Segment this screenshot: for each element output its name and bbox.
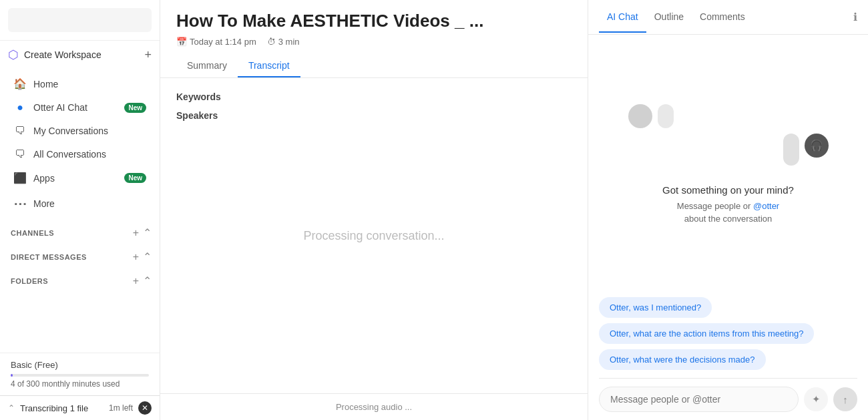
transcribing-status-bar: ⌃ Transcribing 1 file 1m left ✕ xyxy=(0,395,160,420)
chat-bubble-placeholder-2 xyxy=(783,134,799,166)
sidebar-item-all-conversations[interactable]: 🗨 All Conversations xyxy=(3,143,157,166)
conversation-duration: ⏱ 3 min xyxy=(267,37,300,47)
chat-promo-subtitle: Message people or @otter about the conve… xyxy=(662,200,794,226)
sidebar-item-home-label: Home xyxy=(33,79,146,89)
avatar-placeholder-1 xyxy=(628,104,652,128)
sidebar-item-apps[interactable]: ⬛ Apps New xyxy=(3,166,157,190)
chat-bubble-placeholder-1 xyxy=(658,104,674,128)
main-body: Keywords Speakers Processing conversatio… xyxy=(160,78,588,393)
info-icon[interactable]: ℹ xyxy=(853,11,857,23)
suggestion-chip-1[interactable]: Otter, was I mentioned? xyxy=(599,297,712,318)
promo-text-1: Message people or xyxy=(677,201,753,211)
apps-badge: New xyxy=(124,173,146,183)
channels-collapse-button[interactable]: ⌃ xyxy=(143,228,152,238)
folders-section-header: FOLDERS + ⌃ xyxy=(0,270,160,289)
suggestion-chips: Otter, was I mentioned? Otter, what are … xyxy=(599,289,857,378)
workspace-icon: ⬡ xyxy=(8,47,19,62)
direct-messages-label: DIRECT MESSAGES xyxy=(11,253,87,261)
sidebar-item-all-conversations-label: All Conversations xyxy=(33,149,146,160)
sidebar-item-more-label: More xyxy=(33,198,146,209)
folders-label: FOLDERS xyxy=(11,277,48,285)
calendar-icon: 📅 xyxy=(176,37,187,47)
chat-placeholder: 🎧 Got something on your mind? Message pe… xyxy=(599,51,857,289)
usage-bar-fill xyxy=(11,374,13,377)
conversation-date: 📅 Today at 1:14 pm xyxy=(176,37,256,47)
processing-conversation-text: Processing conversation... xyxy=(303,229,444,243)
folders-collapse-button[interactable]: ⌃ xyxy=(143,276,152,286)
sidebar-item-otter-ai-chat[interactable]: ● Otter AI Chat New xyxy=(3,96,157,119)
chat-promo: Got something on your mind? Message peop… xyxy=(662,184,794,226)
right-panel-header: AI Chat Outline Comments ℹ xyxy=(588,0,868,35)
sidebar-plan-info: Basic (Free) 4 of 300 monthly minutes us… xyxy=(0,353,160,395)
my-conversations-icon: 🗨 xyxy=(13,125,27,137)
send-button[interactable]: ↑ xyxy=(833,387,857,411)
more-icon: ⋯ xyxy=(13,196,27,212)
transcript-area: Keywords Speakers Processing conversatio… xyxy=(160,78,588,393)
suggestion-chip-2[interactable]: Otter, what are the action items from th… xyxy=(599,323,814,344)
conversation-date-text: Today at 1:14 pm xyxy=(190,37,256,47)
suggestion-chip-3[interactable]: Otter, what were the decisions made? xyxy=(599,349,766,370)
apps-icon: ⬛ xyxy=(13,172,27,184)
sidebar-item-apps-label: Apps xyxy=(33,173,118,184)
right-tab-ai-chat[interactable]: AI Chat xyxy=(599,2,646,33)
folders-actions: + ⌃ xyxy=(133,276,152,286)
chat-input[interactable] xyxy=(599,387,799,412)
clock-icon: ⏱ xyxy=(267,37,276,47)
channels-label: CHANNELS xyxy=(11,229,54,237)
all-conversations-icon: 🗨 xyxy=(13,148,27,160)
right-panel: AI Chat Outline Comments ℹ xyxy=(588,0,868,420)
search-bar[interactable] xyxy=(8,8,152,32)
direct-messages-section-header: DIRECT MESSAGES + ⌃ xyxy=(0,246,160,265)
conversation-title: How To Make AESTHETIC Videos _ ... xyxy=(176,11,572,31)
conversation-header: How To Make AESTHETIC Videos _ ... 📅 Tod… xyxy=(160,0,588,78)
direct-messages-collapse-button[interactable]: ⌃ xyxy=(143,252,152,262)
sidebar-item-home[interactable]: 🏠 Home xyxy=(3,72,157,95)
plan-label: Basic (Free) xyxy=(11,360,149,370)
sidebar-item-more[interactable]: ⋯ More xyxy=(3,190,157,217)
right-tab-outline[interactable]: Outline xyxy=(646,2,692,33)
add-workspace-icon[interactable]: + xyxy=(144,48,152,62)
chat-input-area: ✦ ↑ xyxy=(599,378,857,420)
usage-text: 4 of 300 monthly minutes used xyxy=(11,379,149,389)
placeholder-bubble-row-2: 🎧 xyxy=(628,134,829,166)
transcribing-chevron-icon[interactable]: ⌃ xyxy=(8,403,15,413)
transcribing-close-button[interactable]: ✕ xyxy=(138,401,152,415)
avatar-bot: 🎧 xyxy=(805,134,829,158)
conversation-meta: 📅 Today at 1:14 pm ⏱ 3 min xyxy=(176,37,572,47)
sidebar-item-otter-ai-chat-label: Otter AI Chat xyxy=(33,102,118,113)
audio-processing-text: Processing audio ... xyxy=(336,402,412,412)
sidebar-item-my-conversations-label: My Conversations xyxy=(33,126,146,136)
channels-actions: + ⌃ xyxy=(133,228,152,238)
direct-messages-actions: + ⌃ xyxy=(133,252,152,262)
folders-add-button[interactable]: + xyxy=(133,276,139,286)
sidebar-item-my-conversations[interactable]: 🗨 My Conversations xyxy=(3,120,157,142)
tab-summary[interactable]: Summary xyxy=(176,55,238,77)
audio-processing-bar: Processing audio ... xyxy=(160,393,588,420)
conversation-duration-text: 3 min xyxy=(278,37,300,47)
placeholder-bubble-row-1 xyxy=(628,104,829,128)
channels-section-header: CHANNELS + ⌃ xyxy=(0,222,160,241)
otter-ai-chat-icon: ● xyxy=(13,101,27,114)
transcribing-label: Transcribing 1 file xyxy=(20,403,103,413)
channels-add-button[interactable]: + xyxy=(133,228,139,238)
transcribing-time: 1m left xyxy=(109,403,133,413)
create-workspace-button[interactable]: ⬡ Create Workspace + xyxy=(0,41,160,69)
main-content: How To Make AESTHETIC Videos _ ... 📅 Tod… xyxy=(160,0,588,420)
keywords-label: Keywords xyxy=(176,91,572,102)
attachment-button[interactable]: ✦ xyxy=(804,387,828,411)
otter-ai-chat-badge: New xyxy=(124,103,146,113)
speakers-label: Speakers xyxy=(176,110,572,121)
direct-messages-add-button[interactable]: + xyxy=(133,252,139,262)
content-tabs: Summary Transcript xyxy=(176,55,572,77)
ai-chat-body: 🎧 Got something on your mind? Message pe… xyxy=(588,35,868,420)
otter-link[interactable]: @otter xyxy=(753,201,779,211)
promo-text-2: about the conversation xyxy=(684,214,773,224)
sidebar: ⬡ Create Workspace + 🏠 Home ● Otter AI C… xyxy=(0,0,160,420)
tab-transcript[interactable]: Transcript xyxy=(238,55,300,77)
usage-bar-track xyxy=(11,374,149,377)
right-tab-comments[interactable]: Comments xyxy=(692,2,753,33)
chat-promo-title: Got something on your mind? xyxy=(662,184,794,196)
sidebar-navigation: 🏠 Home ● Otter AI Chat New 🗨 My Conversa… xyxy=(0,69,160,353)
home-icon: 🏠 xyxy=(13,77,27,90)
sidebar-search-area xyxy=(0,0,160,41)
